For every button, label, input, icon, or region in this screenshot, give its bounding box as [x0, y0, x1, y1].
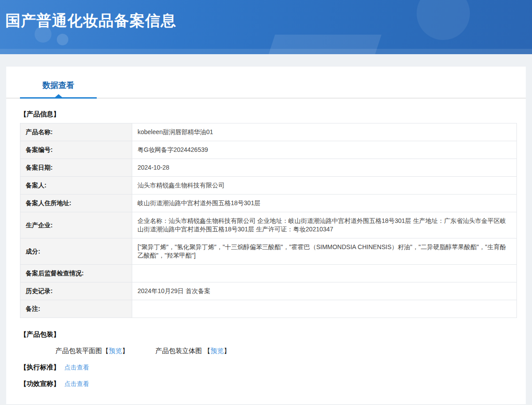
row-label: 历史记录:	[20, 282, 132, 300]
table-row-manufacturer: 生产企业: 企业名称：汕头市精锐鑫生物科技有限公司 企业地址：岐山街道潮汕路中宫…	[20, 212, 517, 238]
row-value: 汕头市精锐鑫生物科技有限公司	[132, 177, 517, 195]
row-value: 粤G妆网备字2024426539	[132, 141, 517, 159]
row-label: 备注:	[20, 300, 132, 318]
table-row-filing-number: 备案编号: 粤G妆网备字2024426539	[20, 141, 517, 159]
table-row-history: 历史记录: 2024年10月29日 首次备案	[20, 282, 517, 300]
row-label: 生产企业:	[20, 212, 132, 238]
table-row-ingredients: 成分: ["聚异丁烯"，"氢化聚异丁烯"，"十三烷醇偏苯三酸酯"，"霍霍巴（SI…	[20, 238, 517, 265]
header-decoration-polygon	[266, 35, 381, 54]
table-row-product-name: 产品名称: kobeleen甜润唇部精华油01	[20, 123, 517, 141]
header-banner: 国产普通化妆品备案信息	[0, 0, 532, 54]
packaging-stereo-label: 产品包装立体图	[155, 347, 204, 354]
row-label: 产品名称:	[20, 123, 132, 141]
table-row-remarks: 备注:	[20, 300, 517, 318]
efficacy-row: 【功效宣称】点击查看	[20, 380, 517, 388]
standards-label: 【执行标准】	[20, 363, 60, 371]
table-row-registrant-address: 备案人住所地址: 岐山街道潮汕路中宫村道外围五格18号301层	[20, 195, 517, 212]
tab-data-view[interactable]: 数据查看	[20, 80, 97, 98]
row-value: 企业名称：汕头市精锐鑫生物科技有限公司 企业地址：岐山街道潮汕路中宫村道外围五格…	[132, 212, 517, 238]
row-value: 2024-10-28	[132, 159, 517, 177]
row-label: 备案人住所地址:	[20, 195, 132, 212]
table-row-filing-date: 备案日期: 2024-10-28	[20, 159, 517, 177]
tab-data-view-label: 数据查看	[43, 81, 75, 90]
row-value: ["聚异丁烯"，"氢化聚异丁烯"，"十三烷醇偏苯三酸酯"，"霍霍巴（SIMMON…	[132, 238, 517, 265]
tab-active-underline	[20, 97, 97, 99]
efficacy-label: 【功效宣称】	[20, 380, 60, 387]
packaging-section: 【产品包装】 产品包装平面图【预览】 产品包装立体图 【预览】	[20, 330, 517, 355]
packaging-row: 产品包装平面图【预览】 产品包装立体图 【预览】	[20, 347, 517, 355]
row-value: 岐山街道潮汕路中宫村道外围五格18号301层	[132, 195, 517, 212]
row-label: 成分:	[20, 238, 132, 265]
row-value: kobeleen甜润唇部精华油01	[132, 123, 517, 141]
header-decoration-circle	[57, 34, 68, 45]
row-label: 备案后监督检查情况:	[20, 265, 132, 282]
table-row-registrant: 备案人: 汕头市精锐鑫生物科技有限公司	[20, 177, 517, 195]
tab-bar: 数据查看	[6, 67, 526, 99]
content-area: 【产品信息】 产品名称: kobeleen甜润唇部精华油01 备案编号: 粤G妆…	[6, 110, 526, 388]
header-bottom-glow	[0, 49, 532, 54]
row-label: 备案日期:	[20, 159, 132, 177]
main-card: 数据查看 【产品信息】 产品名称: kobeleen甜润唇部精华油01 备案编号…	[6, 67, 526, 404]
row-value	[132, 265, 517, 282]
bracket-close: 】	[122, 347, 129, 354]
product-info-table: 产品名称: kobeleen甜润唇部精华油01 备案编号: 粤G妆网备字2024…	[20, 123, 517, 318]
page-title: 国产普通化妆品备案信息	[0, 0, 532, 31]
tab-active-arrow-icon	[55, 94, 62, 97]
efficacy-view-link[interactable]: 点击查看	[64, 380, 89, 387]
packaging-stereo-preview-link[interactable]: 预览	[210, 347, 224, 354]
packaging-flat-preview-link[interactable]: 预览	[109, 347, 122, 354]
bracket-open: 【	[204, 347, 210, 354]
standards-view-link[interactable]: 点击查看	[64, 364, 89, 371]
standards-row: 【执行标准】点击查看	[20, 363, 517, 372]
packaging-flat-label: 产品包装平面图	[55, 347, 102, 354]
row-value	[132, 300, 517, 318]
bracket-open: 【	[102, 347, 109, 354]
row-label: 备案人:	[20, 177, 132, 195]
bracket-close: 】	[224, 347, 230, 354]
packaging-stereo-item: 产品包装立体图 【预览】	[155, 347, 230, 355]
product-info-section-title: 【产品信息】	[20, 110, 517, 119]
packaging-section-title: 【产品包装】	[20, 330, 517, 339]
table-row-supervision-check: 备案后监督检查情况:	[20, 265, 517, 282]
row-value: 2024年10月29日 首次备案	[132, 282, 517, 300]
row-label: 备案编号:	[20, 141, 132, 159]
packaging-flat-item: 产品包装平面图【预览】	[55, 347, 129, 355]
